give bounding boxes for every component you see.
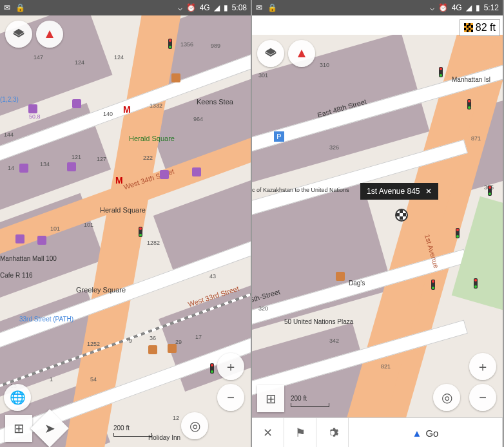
compass-icon bbox=[298, 50, 305, 57]
gear-icon bbox=[326, 426, 339, 439]
traffic-light-icon bbox=[431, 280, 435, 290]
layers-button[interactable] bbox=[5, 21, 32, 48]
go-label: Go bbox=[425, 428, 438, 439]
poi-icon bbox=[37, 236, 46, 245]
addr: 134 bbox=[40, 161, 50, 167]
addr: 1332 bbox=[150, 102, 162, 109]
gmail-icon: ✉ bbox=[256, 3, 262, 12]
menu-button[interactable]: ⊞ bbox=[5, 415, 32, 442]
addr: 124 bbox=[75, 59, 84, 66]
addr: 101 bbox=[50, 225, 60, 232]
map-canvas[interactable]: East 48th Street 1st Avenue 45th-Street … bbox=[252, 35, 503, 417]
zoom-out-button[interactable]: − bbox=[469, 384, 496, 411]
compass-button[interactable] bbox=[36, 21, 63, 48]
locate-button[interactable]: ◎ bbox=[181, 412, 208, 439]
distance-badge[interactable]: 82 ft bbox=[460, 19, 500, 36]
marker-tooltip: 1st Avenue 845 ✕ bbox=[360, 183, 438, 200]
status-bar: ✉ 🔒 ⌵ ⏰ 4G ◢ ▮ 5:12 bbox=[252, 0, 503, 15]
addr: 9 bbox=[129, 338, 132, 344]
addr: 326 bbox=[329, 144, 339, 151]
poi-icon bbox=[72, 99, 81, 108]
bottom-toolbar: ✕ ⚑ ▲ Go bbox=[252, 417, 503, 447]
addr: 140 bbox=[103, 111, 113, 117]
parking-icon: P bbox=[274, 131, 284, 142]
label-path: 33rd Street (PATH) bbox=[19, 316, 73, 323]
addr: 43 bbox=[209, 273, 216, 280]
zoom-in-button[interactable]: ＋ bbox=[217, 353, 244, 380]
poi-food-icon bbox=[171, 73, 180, 82]
zoom-out-button[interactable]: − bbox=[217, 384, 244, 411]
addr: 101 bbox=[84, 222, 93, 228]
scale-text: 200 ft bbox=[291, 395, 307, 402]
label-holiday: Holiday Inn bbox=[148, 434, 180, 441]
bluetooth-icon: ⌵ bbox=[178, 3, 182, 12]
traffic-light-icon bbox=[467, 99, 471, 109]
status-bar: ✉ 🔒 ⌵ ⏰ 4G ◢ ▮ 5:08 bbox=[0, 0, 251, 15]
poi-icon bbox=[15, 234, 24, 243]
addr: 1356 bbox=[180, 41, 193, 48]
addr: 964 bbox=[193, 116, 203, 122]
distance-text: 82 ft bbox=[476, 22, 496, 33]
right-screenshot: ✉ 🔒 ⌵ ⏰ 4G ◢ ▮ 5:12 East 48th Street 1st… bbox=[252, 0, 504, 447]
traffic-light-icon bbox=[474, 278, 478, 289]
traffic-light-icon bbox=[168, 39, 172, 49]
lock-icon: 🔒 bbox=[267, 3, 277, 12]
addr: 871 bbox=[471, 135, 481, 142]
menu-button[interactable]: ⊞ bbox=[257, 385, 284, 412]
traffic-light-icon bbox=[488, 185, 492, 196]
go-button[interactable]: ▲ Go bbox=[349, 418, 503, 447]
addr: 301 bbox=[258, 72, 268, 79]
cancel-button[interactable]: ✕ bbox=[252, 418, 284, 447]
addr: 29 bbox=[175, 339, 182, 345]
addr: 147 bbox=[34, 54, 43, 61]
metro-icon: М bbox=[123, 104, 133, 115]
signal-icon: ◢ bbox=[466, 3, 472, 12]
layers-button[interactable] bbox=[257, 40, 284, 67]
poi-icon bbox=[192, 167, 201, 176]
traffic-light-icon bbox=[139, 227, 142, 237]
label-kazakhstan: c of Kazakhstan to the United Nations bbox=[252, 187, 349, 193]
destination-marker[interactable] bbox=[395, 209, 408, 222]
gmail-icon: ✉ bbox=[4, 3, 10, 12]
addr: 54 bbox=[90, 376, 97, 383]
scale-indicator: 200 ft bbox=[291, 395, 329, 407]
addr: 1252 bbox=[87, 341, 100, 347]
metro-icon: М bbox=[115, 175, 126, 185]
addr: 310 bbox=[320, 62, 329, 68]
zoom-in-button[interactable]: ＋ bbox=[469, 353, 496, 380]
poi-icon bbox=[19, 164, 28, 173]
traffic-light-icon bbox=[439, 67, 443, 77]
label-herald: Herald Square bbox=[100, 206, 146, 214]
compass-button[interactable] bbox=[288, 40, 315, 67]
globe-button[interactable]: 🌐 bbox=[4, 384, 31, 411]
map-canvas[interactable]: Herald Square Herald Square Greeley Squa… bbox=[0, 15, 251, 447]
poi-food-icon bbox=[336, 272, 345, 281]
alarm-icon: ⏰ bbox=[186, 3, 196, 12]
waypoint-button[interactable]: ⚑ bbox=[284, 418, 316, 447]
poi-food-icon bbox=[168, 344, 177, 353]
addr: 320 bbox=[258, 305, 268, 312]
addr: 127 bbox=[97, 156, 106, 162]
addr: 1 bbox=[50, 376, 53, 383]
addr: 36 bbox=[150, 335, 156, 341]
poi-icon bbox=[28, 104, 37, 113]
traffic-light-icon bbox=[210, 363, 214, 374]
checkered-flag-icon bbox=[464, 23, 473, 32]
scale-text: 200 ft bbox=[113, 424, 130, 432]
battery-icon: ▮ bbox=[476, 3, 480, 12]
settings-button[interactable] bbox=[316, 418, 349, 447]
clock-time: 5:08 bbox=[232, 3, 247, 12]
addr: 17 bbox=[195, 334, 202, 340]
clock-time: 5:12 bbox=[484, 3, 499, 12]
nav-arrow-icon: ▲ bbox=[412, 428, 422, 439]
tooltip-close-button[interactable]: ✕ bbox=[425, 187, 432, 196]
label-fifty: 50.8 bbox=[29, 113, 41, 120]
addr: 124 bbox=[114, 54, 124, 61]
addr: 121 bbox=[72, 154, 81, 160]
left-screenshot: ✉ 🔒 ⌵ ⏰ 4G ◢ ▮ 5:08 Herald Square Her bbox=[0, 0, 252, 447]
locate-button[interactable]: ◎ bbox=[433, 384, 460, 411]
label-unplaza: 50 United Nations Plaza bbox=[284, 318, 353, 325]
addr: 989 bbox=[211, 43, 220, 49]
network-label: 4G bbox=[200, 3, 210, 12]
label-greeley: Greeley Square bbox=[76, 286, 126, 294]
